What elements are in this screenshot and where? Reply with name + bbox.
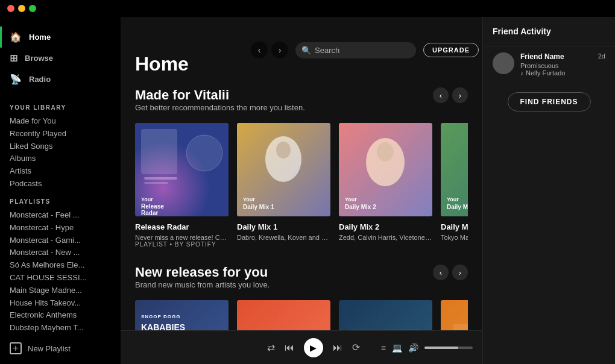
playlist-6[interactable]: CAT HOUSE SESSI...	[0, 270, 121, 283]
maximize-button[interactable]	[29, 5, 36, 12]
home-icon: 🏠	[10, 31, 22, 43]
section2-next-button[interactable]: ›	[452, 265, 468, 280]
friend-activity-header: Friend Activity	[483, 17, 615, 46]
repeat-button[interactable]: ⟳	[352, 342, 360, 353]
sidebar-item-browse[interactable]: ⊞ Browse	[0, 48, 121, 69]
card-daily-mix-2[interactable]: Your Daily Mix 2 Daily Mix 2 Zedd, Calvi…	[339, 123, 432, 248]
previous-button[interactable]: ⏮	[285, 342, 294, 353]
svg-point-4	[186, 135, 222, 171]
back-button[interactable]: ‹	[251, 42, 268, 58]
svg-text:Your: Your	[345, 196, 357, 202]
volume-slider[interactable]	[424, 347, 473, 349]
volume-icon[interactable]: 🔊	[408, 343, 418, 353]
svg-text:Radar: Radar	[141, 210, 158, 216]
friend-avatar	[493, 52, 514, 74]
svg-rect-36	[237, 300, 330, 330]
minimize-button[interactable]	[18, 5, 25, 12]
player-right: ≡ 💻 🔊	[381, 343, 473, 353]
card-thumb-nr1: SNOOP DOGG KABABIES	[135, 300, 229, 330]
new-playlist-button[interactable]: + New Playlist	[0, 337, 121, 359]
card-daily-mix-1[interactable]: Your Daily Mix 1 Daily Mix 1 Dabro, Krew…	[237, 123, 330, 248]
playlist-8[interactable]: House Hits Takeov...	[0, 295, 121, 308]
browse-icon: ⊞	[10, 52, 17, 64]
card-daily-mix-1-title: Daily Mix 1	[237, 222, 330, 231]
made-for-you-section: Made for Vitalii Get better recommendati…	[135, 87, 468, 248]
playlist-5[interactable]: Só As Melhores Ele...	[0, 257, 121, 270]
search-input[interactable]	[295, 42, 416, 58]
queue-icon[interactable]: ≡	[381, 343, 386, 353]
playlist-4[interactable]: Monstercat - New ...	[0, 245, 121, 257]
section1-title[interactable]: Made for Vitalii	[135, 87, 305, 103]
sidebar-albums[interactable]: Albums	[0, 151, 121, 163]
traffic-lights	[7, 5, 36, 12]
radio-icon: 📡	[10, 74, 22, 85]
playlist-2[interactable]: Monstercat - Hype	[0, 220, 121, 233]
music-note-icon: ♪	[520, 70, 523, 77]
card-release-radar-title: Release Radar	[135, 222, 229, 231]
sidebar-made-for-you[interactable]: Made for You	[0, 113, 121, 126]
svg-text:KABABIES: KABABIES	[141, 322, 185, 330]
card-nr4[interactable]: Album 4 Artist 4	[441, 300, 468, 330]
friend-time: 2d	[598, 52, 605, 60]
player-controls: ⇄ ⏮ ▶ ⏭ ⟳	[256, 338, 371, 357]
upgrade-button[interactable]: UPGRADE	[423, 43, 479, 57]
sidebar-podcasts[interactable]: Podcasts	[0, 176, 121, 189]
card-nr1[interactable]: SNOOP DOGG KABABIES Kababies Snoop Dogg	[135, 300, 229, 330]
sidebar-item-home-label: Home	[29, 33, 51, 42]
right-panel: Friend Activity Friend Name Promiscuous …	[482, 17, 615, 364]
library-section-label: YOUR LIBRARY	[0, 95, 121, 113]
sidebar-item-home[interactable]: 🏠 Home	[0, 27, 121, 48]
playlist-10[interactable]: Dubstep Mayhem T...	[0, 320, 121, 333]
sidebar-artists[interactable]: Artists	[0, 163, 121, 176]
play-button[interactable]: ▶	[304, 338, 323, 357]
devices-icon[interactable]: 💻	[392, 343, 402, 353]
playlist-3[interactable]: Monstercat - Gami...	[0, 233, 121, 245]
next-button[interactable]: ⏭	[333, 342, 342, 353]
sidebar-item-radio[interactable]: 📡 Radio	[0, 69, 121, 90]
sidebar-item-radio-label: Radio	[29, 75, 51, 84]
section2-title[interactable]: New releases for you	[135, 265, 270, 280]
svg-point-10	[276, 142, 291, 158]
card-release-radar-badge: PLAYLIST • BY SPOTIFY	[135, 241, 229, 248]
section1-next-button[interactable]: ›	[452, 87, 468, 103]
find-friends-button[interactable]: FIND FRIENDS	[508, 92, 591, 111]
svg-text:Daily Mix 3: Daily Mix 3	[447, 204, 468, 210]
svg-text:Release: Release	[141, 203, 164, 210]
svg-point-15	[377, 142, 394, 162]
friend-info: Friend Name Promiscuous ♪ Nelly Furtado	[520, 52, 592, 77]
friend-song: ♪ Nelly Furtado	[520, 69, 592, 77]
friend-name: Friend Name	[520, 52, 592, 61]
card-daily-mix-3-sub: Tokyo Machine, Stonebank, Eminance and m…	[441, 234, 468, 241]
sidebar-recently-played[interactable]: Recently Played	[0, 126, 121, 139]
playlist-1[interactable]: Monstercat - Feel ...	[0, 207, 121, 220]
app-body: 🏠 Home ⊞ Browse 📡 Radio YOUR LIBRARY Mad…	[0, 17, 615, 364]
new-releases-section: New releases for you Brand new music fro…	[135, 265, 468, 330]
sidebar-liked-songs[interactable]: Liked Songs	[0, 139, 121, 151]
card-thumb-nr4	[441, 300, 468, 330]
new-releases-cards: SNOOP DOGG KABABIES Kababies Snoop Dogg	[135, 300, 468, 330]
friend-item: Friend Name Promiscuous ♪ Nelly Furtado …	[483, 46, 615, 83]
topbar: ‹ › 🔍 UPGRADE Vitalii ▾	[241, 34, 350, 66]
card-daily-mix-3-title: Daily Mix 3	[441, 222, 468, 231]
card-nr3[interactable]: SLUSHII Slushii Slushii	[339, 300, 432, 330]
section2-prev-button[interactable]: ‹	[433, 265, 449, 280]
card-daily-mix-2-sub: Zedd, Calvin Harris, Vicetone and more	[339, 234, 432, 241]
card-release-radar-sub: Never miss a new release! Catch all the …	[135, 234, 229, 241]
shuffle-button[interactable]: ⇄	[267, 342, 275, 353]
card-thumb-daily-mix-1: Your Daily Mix 1	[237, 123, 330, 216]
section2-subtitle: Brand new music from artists you love.	[135, 280, 270, 289]
topbar-right: UPGRADE Vitalii ▾	[423, 41, 482, 59]
card-release-radar[interactable]: Your Release Radar Release Radar Never m…	[135, 123, 229, 248]
volume-fill	[424, 347, 458, 349]
playlist-9[interactable]: Electronic Anthems	[0, 307, 121, 320]
close-button[interactable]	[7, 5, 14, 12]
card-daily-mix-2-title: Daily Mix 2	[339, 222, 432, 231]
forward-button[interactable]: ›	[271, 42, 288, 58]
playlist-7[interactable]: Main Stage Madne...	[0, 283, 121, 295]
card-daily-mix-3[interactable]: Your Daily Mix 3 Daily Mix 3 Tokyo Machi…	[441, 123, 468, 248]
player-bar: ⇄ ⏮ ▶ ⏭ ⟳ ≡ 💻 🔊	[121, 330, 482, 364]
section1-prev-button[interactable]: ‹	[433, 87, 449, 103]
card-nr2[interactable]: JOY TIME Joytime Marshmello	[237, 300, 330, 330]
nav-arrows: ‹ ›	[251, 42, 288, 58]
card-thumb-nr2: JOY TIME	[237, 300, 330, 330]
